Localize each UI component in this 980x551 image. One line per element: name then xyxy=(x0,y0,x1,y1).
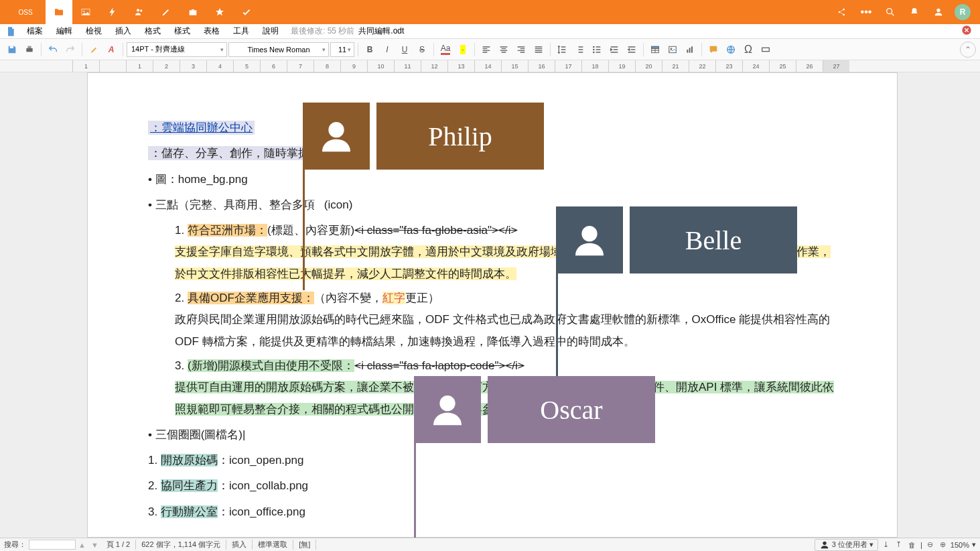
search-next-button[interactable]: ▼ xyxy=(88,541,101,549)
zoom-level[interactable]: 150% xyxy=(951,541,969,549)
menu-view[interactable]: 檢視 xyxy=(79,25,109,37)
font-combo[interactable]: Times New Roman xyxy=(228,42,329,57)
save-button[interactable] xyxy=(4,42,20,58)
doc-title: ：雲端協同辦公中心 xyxy=(148,121,255,135)
tab-image[interactable] xyxy=(72,0,99,24)
menu-insert[interactable]: 插入 xyxy=(109,25,138,37)
highlight-icon: · xyxy=(460,45,465,54)
redo-button[interactable] xyxy=(62,42,78,58)
user-button[interactable] xyxy=(926,0,951,24)
share-button[interactable] xyxy=(830,0,854,24)
user-avatar-icon xyxy=(571,221,608,259)
insert-link-button[interactable] xyxy=(723,42,739,58)
search-prev-button[interactable]: ▲ xyxy=(76,541,88,549)
style-combo[interactable]: 14PT - 對齊邊線 xyxy=(127,42,227,57)
align-justify-button[interactable] xyxy=(531,42,547,58)
insert-field-button[interactable] xyxy=(758,42,774,58)
check-icon xyxy=(241,7,252,17)
bold-icon: B xyxy=(367,45,373,54)
insert-table-button[interactable] xyxy=(647,42,663,58)
tab-people[interactable] xyxy=(126,0,153,24)
menu-help[interactable]: 說明 xyxy=(256,25,285,37)
font-size-combo[interactable]: 11 xyxy=(330,42,354,57)
tab-pen[interactable] xyxy=(153,0,180,24)
format-paint-button[interactable] xyxy=(86,42,102,58)
undo-button[interactable] xyxy=(45,42,61,58)
clear-format-icon: A xyxy=(109,45,115,54)
download-button[interactable]: ⤓ xyxy=(881,540,891,549)
menu-format[interactable]: 格式 xyxy=(138,25,167,37)
tab-briefcase[interactable] xyxy=(180,0,206,24)
insert-image-button[interactable] xyxy=(664,42,681,58)
svg-rect-4 xyxy=(190,10,197,15)
search-button[interactable] xyxy=(878,0,902,24)
word-count[interactable]: 622 個字，1,114 個字元 xyxy=(136,540,226,550)
brush-icon xyxy=(88,44,99,55)
collaborator-cursor-philip: Philip xyxy=(303,103,544,170)
highlight-button[interactable]: · xyxy=(455,42,471,58)
ruler[interactable]: 1123456789101112131415161718192021222324… xyxy=(0,60,980,72)
app-logo: OSS xyxy=(5,9,46,16)
zoom-in-button[interactable]: ⊕ xyxy=(938,540,948,549)
star-icon xyxy=(214,7,225,17)
font-color-button[interactable]: Aa xyxy=(437,42,453,58)
svg-point-5 xyxy=(839,11,841,13)
svg-point-29 xyxy=(823,541,826,544)
last-modified: 最後修改: 55 秒前 xyxy=(291,25,354,37)
strike-button[interactable]: S xyxy=(414,42,430,58)
collaborator-name: Oscar xyxy=(488,376,655,443)
line-spacing-button[interactable] xyxy=(554,42,570,58)
tab-star[interactable] xyxy=(206,0,233,24)
delete-button[interactable]: 🗑 xyxy=(906,541,918,549)
align-center-button[interactable] xyxy=(496,42,512,58)
redo-icon xyxy=(65,44,76,55)
tab-folder[interactable] xyxy=(46,0,72,24)
avatar-button[interactable]: R xyxy=(951,0,975,24)
svg-rect-13 xyxy=(27,46,31,48)
user-avatar-icon xyxy=(429,391,466,428)
indent-dec-button[interactable] xyxy=(624,42,640,58)
more-button[interactable]: ••• xyxy=(854,0,878,24)
close-button[interactable] xyxy=(957,25,976,38)
selection-mode[interactable]: 標準選取 xyxy=(253,540,293,550)
indent-dec-icon xyxy=(626,44,637,55)
align-right-button[interactable] xyxy=(513,42,529,58)
insert-symbol-button[interactable]: Ω xyxy=(740,42,756,58)
link-icon xyxy=(725,44,736,55)
insert-chart-button[interactable] xyxy=(682,42,698,58)
indent-inc-button[interactable] xyxy=(606,42,622,58)
italic-button[interactable]: I xyxy=(379,42,395,58)
expand-toolbar-button[interactable]: ⌃ xyxy=(960,42,976,58)
document-icon xyxy=(4,25,17,38)
print-button[interactable] xyxy=(21,42,38,58)
tab-bolt[interactable] xyxy=(99,0,126,24)
underline-button[interactable]: U xyxy=(397,42,413,58)
menu-edit[interactable]: 編輯 xyxy=(50,25,79,37)
chart-icon xyxy=(685,44,695,55)
bullet-list-button[interactable] xyxy=(589,42,605,58)
number-list-button[interactable] xyxy=(571,42,587,58)
list-item-2: 2. 具備ODF企業應用支援：（內容不變，紅字更正） 政府與民間企業運用開放源始… xyxy=(161,288,837,353)
menu-styles[interactable]: 樣式 xyxy=(167,25,197,37)
more-icon: ••• xyxy=(861,6,872,18)
menu-tools[interactable]: 工具 xyxy=(226,25,256,37)
svg-point-27 xyxy=(581,226,597,241)
svg-rect-11 xyxy=(10,46,13,48)
insert-mode[interactable]: 插入 xyxy=(226,540,253,550)
editor-area[interactable]: ：雲端協同辦公中心 ：儲存、分享、創作，隨時掌握 • 圖：home_bg.png… xyxy=(0,72,980,538)
insert-comment-button[interactable] xyxy=(705,42,721,58)
tab-check[interactable] xyxy=(233,0,260,24)
svg-point-3 xyxy=(140,9,142,11)
bell-button[interactable] xyxy=(902,0,926,24)
clear-format-button[interactable]: A xyxy=(103,42,119,58)
menu-table[interactable]: 表格 xyxy=(197,25,226,37)
zoom-out-button[interactable]: ⊖ xyxy=(925,540,935,549)
upload-button[interactable]: ⤒ xyxy=(894,540,904,549)
search-input[interactable] xyxy=(29,540,76,550)
indent-inc-icon xyxy=(609,44,620,55)
align-left-button[interactable] xyxy=(478,42,494,58)
page-indicator[interactable]: 頁 1 / 2 xyxy=(101,540,136,550)
bold-button[interactable]: B xyxy=(362,42,378,58)
menu-file[interactable]: 檔案 xyxy=(20,25,50,37)
users-indicator[interactable]: 3 位使用者▾ xyxy=(815,539,878,551)
